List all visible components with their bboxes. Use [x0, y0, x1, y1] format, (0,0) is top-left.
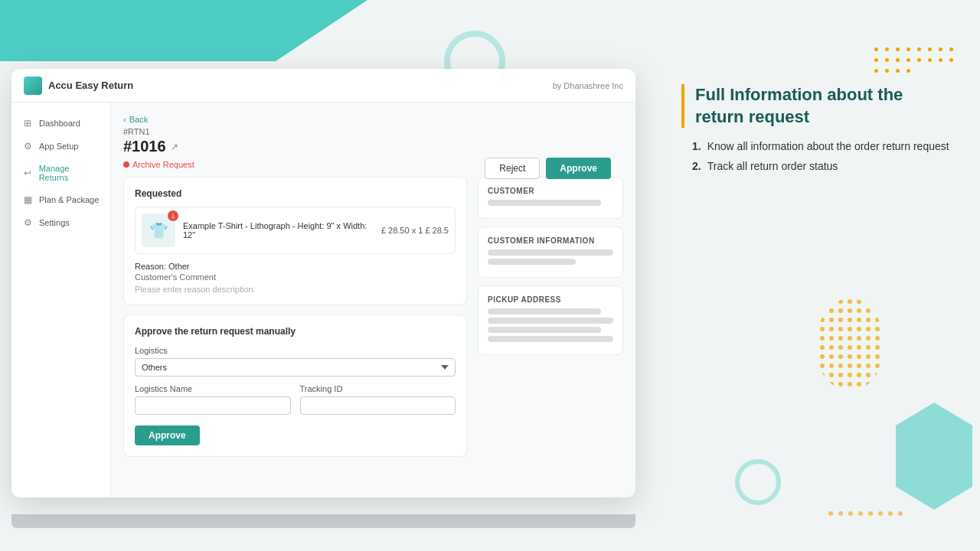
main-content: ‹ Back #RTN1 #1016 ↗ Archive Request Rej… — [111, 103, 635, 497]
info-panel: Full Information about thereturn request… — [681, 84, 957, 180]
chevron-left-icon: ‹ — [123, 115, 126, 124]
action-buttons: Reject Approve — [485, 158, 611, 179]
bg-teal-hex — [812, 395, 980, 551]
order-number: #1016 — [123, 138, 166, 155]
sidebar-label-app-setup: App Setup — [39, 142, 78, 151]
svg-point-9 — [888, 511, 893, 516]
logistics-name-group: Logistics Name — [135, 384, 291, 415]
svg-point-5 — [848, 511, 853, 516]
app-setup-icon: ⚙ — [22, 141, 33, 152]
requested-card: Requested 👕 1 Example T-Shirt - Lithogra… — [123, 177, 467, 305]
content-grid: Requested 👕 1 Example T-Shirt - Lithogra… — [123, 177, 623, 457]
info-panel-item-1: Know all information about the order ret… — [692, 140, 957, 152]
reason-section: Reason: Other Customer's Comment Please … — [135, 262, 456, 294]
product-shirt-icon: 👕 — [149, 221, 168, 240]
sidebar-label-settings: Settings — [39, 218, 70, 227]
archive-label: Archive Request — [132, 160, 194, 169]
sidebar-label-dashboard: Dashboard — [39, 119, 80, 128]
external-link-icon[interactable]: ↗ — [171, 142, 178, 152]
customer-card: CUSTOMER — [478, 177, 623, 219]
tracking-id-input[interactable] — [300, 396, 456, 415]
sidebar: ⊞ Dashboard ⚙ App Setup ↩ Manage Returns… — [11, 103, 111, 497]
app-logo: Accu Easy Return — [24, 77, 133, 95]
customer-info-card: CUSTOMER INFORMATION — [478, 227, 623, 278]
pickup-blur-2 — [488, 318, 613, 324]
archive-dot — [123, 161, 129, 168]
svg-point-10 — [898, 511, 903, 516]
order-title: #1016 ↗ — [123, 138, 623, 155]
logistics-name-label: Logistics Name — [135, 384, 291, 393]
customer-info-blur-1 — [488, 249, 613, 256]
svg-point-7 — [868, 511, 873, 516]
bg-circle-bottom — [735, 459, 781, 505]
plan-package-icon: ▦ — [22, 194, 33, 205]
svg-point-8 — [878, 511, 883, 516]
app-title: Accu Easy Return — [48, 80, 133, 91]
app-header: Accu Easy Return by Dhanashree Inc — [11, 69, 635, 103]
approve-manually-card: Approve the return request manually Logi… — [123, 315, 467, 457]
right-column: CUSTOMER CUSTOMER INFORMATION PICKUP ADD… — [478, 177, 623, 457]
tracking-id-label: Tracking ID — [300, 384, 456, 393]
left-column: Requested 👕 1 Example T-Shirt - Lithogra… — [123, 177, 467, 457]
customer-info-blur-2 — [488, 259, 576, 265]
approve-manually-title: Approve the return request manually — [135, 326, 456, 337]
logistics-group: Logistics OthersFedExUPSDHLCustom — [135, 346, 456, 377]
product-quantity-badge: 1 — [168, 210, 178, 221]
sidebar-item-app-setup[interactable]: ⚙ App Setup — [11, 135, 110, 158]
bg-teal-shape — [0, 0, 368, 61]
pickup-title: PICKUP ADDRESS — [488, 295, 613, 304]
rtn-label: #RTN1 — [123, 127, 623, 136]
reason-desc-placeholder: Please enter reason description. — [135, 285, 456, 294]
app-body: ⊞ Dashboard ⚙ App Setup ↩ Manage Returns… — [11, 103, 635, 497]
info-panel-title: Full Information about thereturn request — [681, 84, 957, 128]
reason-label: Reason: Other — [135, 262, 456, 271]
requested-title: Requested — [135, 188, 456, 199]
logistics-name-input[interactable] — [135, 396, 291, 415]
product-image: 👕 1 — [142, 214, 175, 247]
tracking-id-group: Tracking ID — [300, 384, 456, 415]
customer-title: CUSTOMER — [488, 187, 613, 195]
svg-point-6 — [858, 511, 863, 516]
product-price: £ 28.50 x 1 £ 28.5 — [381, 226, 449, 235]
pickup-card: PICKUP ADDRESS — [478, 285, 623, 355]
info-panel-item-2: Track all return order status — [692, 160, 957, 172]
form-row: Logistics Name Tracking ID — [135, 384, 456, 415]
app-logo-icon — [24, 77, 42, 95]
svg-rect-1 — [819, 298, 880, 390]
svg-point-4 — [838, 511, 843, 516]
sidebar-item-manage-returns[interactable]: ↩ Manage Returns — [11, 158, 110, 188]
customer-info-title: CUSTOMER INFORMATION — [488, 236, 613, 245]
info-panel-list: Know all information about the order ret… — [681, 140, 957, 172]
bg-orange-dots-mid — [819, 298, 880, 393]
pickup-blur-3 — [488, 327, 601, 333]
svg-point-3 — [828, 511, 833, 516]
app-by: by Dhanashree Inc — [553, 81, 623, 90]
sidebar-label-manage-returns: Manage Returns — [39, 164, 100, 182]
customer-name-blur — [488, 200, 601, 206]
bg-arrow-dots — [827, 506, 903, 524]
approve-bottom-button[interactable]: Approve — [135, 425, 200, 445]
logistics-label: Logistics — [135, 346, 456, 355]
dashboard-icon: ⊞ — [22, 118, 33, 129]
product-name: Example T-Shirt - Lithograph - Height: 9… — [183, 221, 374, 240]
pickup-blur-4 — [488, 336, 613, 342]
sidebar-item-dashboard[interactable]: ⊞ Dashboard — [11, 112, 110, 135]
back-link[interactable]: ‹ Back — [123, 115, 623, 124]
pickup-blur-1 — [488, 308, 601, 315]
svg-marker-2 — [896, 403, 972, 510]
approve-top-button[interactable]: Approve — [546, 158, 611, 179]
laptop-bottom-bar — [11, 514, 635, 528]
sidebar-item-settings[interactable]: ⚙ Settings — [11, 211, 110, 234]
laptop-frame: Accu Easy Return by Dhanashree Inc ⊞ Das… — [11, 69, 635, 497]
bg-dots-top-right — [873, 46, 965, 74]
sidebar-item-plan-package[interactable]: ▦ Plan & Package — [11, 188, 110, 211]
settings-icon: ⚙ — [22, 217, 33, 228]
manage-returns-icon: ↩ — [22, 168, 33, 178]
reason-comment: Customer's Comment — [135, 272, 456, 282]
product-row: 👕 1 Example T-Shirt - Lithograph - Heigh… — [135, 207, 456, 254]
reject-button[interactable]: Reject — [485, 158, 540, 179]
sidebar-label-plan-package: Plan & Package — [39, 195, 99, 204]
back-label: Back — [129, 115, 148, 124]
logistics-select[interactable]: OthersFedExUPSDHLCustom — [135, 358, 456, 377]
